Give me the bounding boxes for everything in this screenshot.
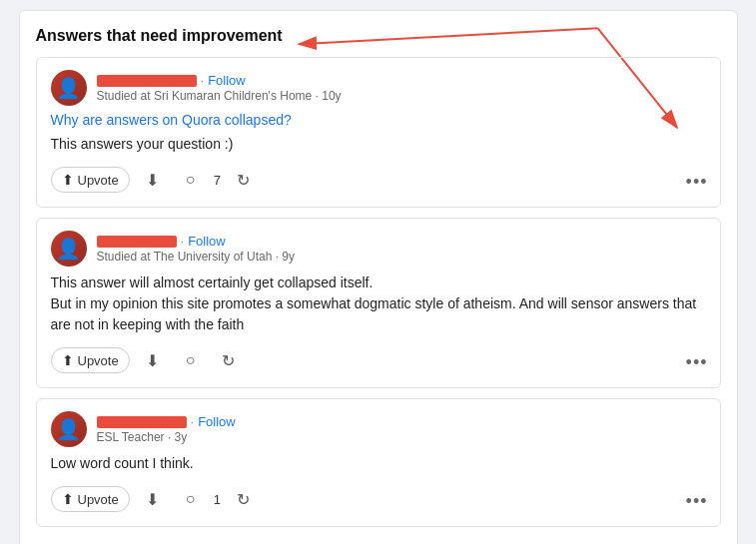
upvote-button-1[interactable]: ⬆ Upvote bbox=[51, 167, 130, 193]
author-name-row-1: · Follow bbox=[97, 73, 342, 88]
page-title: Answers that need improvement bbox=[36, 27, 721, 45]
action-bar-2: ⬆ Upvote ⬇ ○ ↻ bbox=[51, 345, 706, 375]
share-button-3[interactable]: ↻ bbox=[229, 484, 259, 514]
upvote-label-1: Upvote bbox=[78, 173, 119, 188]
author-meta-1: Studied at Sri Kumaran Children's Home ·… bbox=[97, 89, 342, 103]
upvote-icon-2: ⬆ bbox=[62, 352, 74, 368]
more-options-2[interactable]: ••• bbox=[686, 352, 708, 373]
follow-link-3[interactable]: Follow bbox=[198, 414, 236, 429]
follow-link-1[interactable]: Follow bbox=[208, 73, 246, 88]
dot-sep-1: · bbox=[201, 73, 205, 88]
author-info-1: · Follow Studied at Sri Kumaran Children… bbox=[97, 73, 342, 103]
upvote-label-2: Upvote bbox=[78, 353, 119, 368]
downvote-button-3[interactable]: ⬇ bbox=[138, 484, 168, 514]
answer-text-2: This answer will almost certainly get co… bbox=[51, 272, 706, 335]
action-bar-3: ⬆ Upvote ⬇ ○ 1 ↻ bbox=[51, 484, 706, 514]
comment-count-3: 1 bbox=[214, 492, 221, 507]
author-name-redacted-2 bbox=[97, 236, 177, 248]
avatar-1: 👤 bbox=[51, 70, 87, 106]
comment-button-3[interactable]: ○ bbox=[176, 484, 206, 514]
author-row-2: 👤 · Follow Studied at The University of … bbox=[51, 231, 706, 267]
action-bar-1: ⬆ Upvote ⬇ ○ 7 ↻ bbox=[51, 165, 706, 195]
more-options-1[interactable]: ••• bbox=[686, 172, 708, 193]
comment-button-2[interactable]: ○ bbox=[176, 345, 206, 375]
author-meta-2: Studied at The University of Utah · 9y bbox=[97, 250, 296, 264]
downvote-button-1[interactable]: ⬇ bbox=[138, 165, 168, 195]
avatar-2: 👤 bbox=[51, 231, 87, 267]
follow-link-2[interactable]: Follow bbox=[188, 234, 226, 249]
upvote-button-2[interactable]: ⬆ Upvote bbox=[51, 347, 130, 373]
dot-sep-2: · bbox=[181, 234, 185, 249]
answer-card-1: 👤 · Follow Studied at Sri Kumaran Childr… bbox=[36, 57, 721, 208]
author-row-1: 👤 · Follow Studied at Sri Kumaran Childr… bbox=[51, 70, 706, 106]
upvote-button-3[interactable]: ⬆ Upvote bbox=[51, 486, 130, 512]
answer-card-3: 👤 · Follow ESL Teacher · 3y Low word cou… bbox=[36, 398, 721, 527]
main-container: Answers that need improvement 👤 · bbox=[19, 10, 738, 544]
author-info-3: · Follow ESL Teacher · 3y bbox=[97, 414, 236, 444]
comment-count-1: 7 bbox=[214, 173, 221, 188]
answer-text-3: Low word count I think. bbox=[51, 453, 706, 474]
upvote-icon-1: ⬆ bbox=[62, 172, 74, 188]
dot-sep-3: · bbox=[191, 414, 195, 429]
author-meta-3: ESL Teacher · 3y bbox=[97, 430, 236, 444]
author-name-redacted-1 bbox=[97, 75, 197, 87]
author-name-row-2: · Follow bbox=[97, 234, 296, 249]
author-row-3: 👤 · Follow ESL Teacher · 3y bbox=[51, 411, 706, 447]
author-name-redacted-3 bbox=[97, 416, 187, 428]
share-button-1[interactable]: ↻ bbox=[229, 165, 259, 195]
upvote-label-3: Upvote bbox=[78, 492, 119, 507]
more-options-3[interactable]: ••• bbox=[686, 491, 708, 512]
downvote-button-2[interactable]: ⬇ bbox=[138, 345, 168, 375]
share-button-2[interactable]: ↻ bbox=[214, 345, 244, 375]
upvote-icon-3: ⬆ bbox=[62, 491, 74, 507]
author-info-2: · Follow Studied at The University of Ut… bbox=[97, 234, 296, 264]
answer-card-2: 👤 · Follow Studied at The University of … bbox=[36, 218, 721, 388]
comment-button-1[interactable]: ○ bbox=[176, 165, 206, 195]
answer-text-1: This answers your question :) bbox=[51, 134, 706, 155]
question-link-1[interactable]: Why are answers on Quora collapsed? bbox=[51, 112, 706, 128]
author-name-row-3: · Follow bbox=[97, 414, 236, 429]
avatar-3: 👤 bbox=[51, 411, 87, 447]
